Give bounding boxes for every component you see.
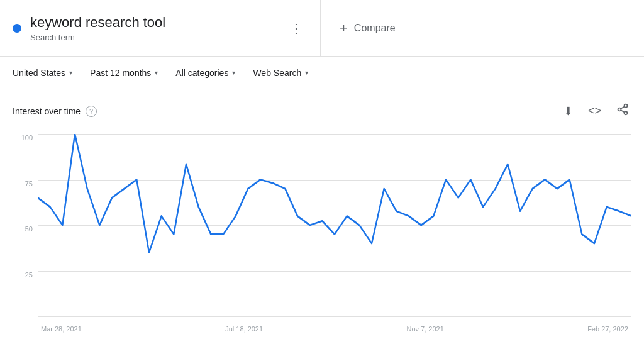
chart-line	[38, 134, 631, 253]
help-icon[interactable]: ?	[86, 106, 97, 117]
chart-container: 100 75 50 25 Mar 28, 2021 Jul 18, 2021	[0, 128, 644, 335]
grid-line-0	[38, 316, 631, 317]
filters-bar: United States ▾ Past 12 months ▾ All cat…	[0, 57, 644, 89]
section-header: Interest over time ? ⬇ <>	[0, 89, 644, 128]
x-label-mar: Mar 28, 2021	[41, 325, 82, 333]
location-filter-chevron: ▾	[69, 69, 72, 76]
term-text: keyword research tool Search term	[30, 14, 276, 43]
time-range-filter-button[interactable]: Past 12 months ▾	[82, 62, 165, 84]
category-filter-label: All categories	[175, 68, 228, 78]
header: keyword research tool Search term ⋮ + Co…	[0, 0, 644, 57]
section-title: Interest over time	[13, 106, 80, 116]
share-icon[interactable]	[614, 101, 631, 121]
compare-panel[interactable]: + Compare	[321, 0, 414, 56]
compare-plus-icon: +	[340, 20, 348, 36]
y-label-25: 25	[13, 271, 38, 279]
y-label-50: 50	[13, 225, 38, 233]
section-actions: ⬇ <>	[561, 101, 631, 121]
svg-line-4	[621, 106, 625, 108]
search-type-filter-button[interactable]: Web Search ▾	[245, 62, 316, 84]
time-range-filter-chevron: ▾	[155, 69, 158, 76]
location-filter-label: United States	[13, 68, 65, 78]
line-chart-svg	[38, 134, 631, 316]
search-term-panel: keyword research tool Search term ⋮	[0, 0, 321, 56]
search-type-filter-label: Web Search	[253, 68, 301, 78]
y-label-75: 75	[13, 180, 38, 187]
compare-label: Compare	[354, 23, 396, 34]
x-label-feb: Feb 27, 2022	[587, 325, 628, 333]
time-range-filter-label: Past 12 months	[90, 68, 151, 78]
search-type-filter-chevron: ▾	[305, 69, 308, 76]
x-labels: Mar 28, 2021 Jul 18, 2021 Nov 7, 2021 Fe…	[38, 325, 631, 333]
help-icon-label: ?	[89, 108, 93, 115]
chart-plot: Mar 28, 2021 Jul 18, 2021 Nov 7, 2021 Fe…	[38, 128, 631, 335]
x-label-nov: Nov 7, 2021	[406, 325, 443, 333]
section-title-row: Interest over time ?	[13, 106, 97, 117]
category-filter-chevron: ▾	[232, 69, 235, 76]
category-filter-button[interactable]: All categories ▾	[168, 62, 243, 84]
chart-inner: 100 75 50 25 Mar 28, 2021 Jul 18, 2021	[13, 128, 631, 335]
location-filter-button[interactable]: United States ▾	[5, 62, 80, 84]
search-term-title: keyword research tool	[30, 14, 276, 32]
search-term-subtitle: Search term	[30, 33, 276, 42]
svg-line-3	[621, 110, 625, 112]
download-icon[interactable]: ⬇	[561, 102, 575, 121]
y-axis: 100 75 50 25	[13, 128, 38, 335]
more-options-button[interactable]: ⋮	[285, 17, 308, 40]
y-label-100: 100	[13, 134, 38, 142]
embed-icon[interactable]: <>	[586, 102, 604, 120]
x-label-jul: Jul 18, 2021	[225, 325, 263, 333]
search-term-dot	[13, 24, 21, 33]
